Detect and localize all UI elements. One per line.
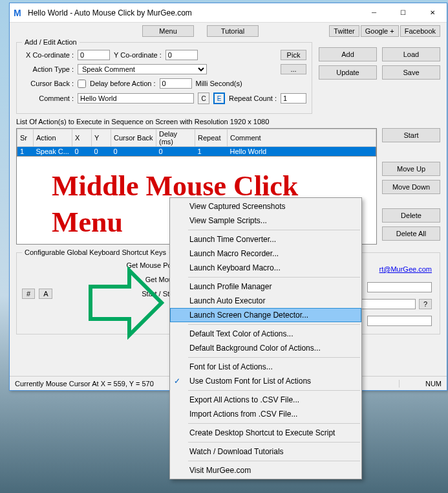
c-button[interactable]: C (198, 93, 209, 104)
y-input[interactable] (165, 50, 198, 60)
menu-item[interactable]: Launch Keyboard Macro... (170, 261, 361, 275)
menu-button[interactable]: Menu (142, 25, 194, 37)
email-link[interactable]: rt@MurGee.com (379, 265, 432, 273)
facebook-button[interactable]: Facebook (400, 25, 440, 37)
col-sr[interactable]: Sr (17, 129, 34, 147)
repeat-input[interactable] (281, 93, 306, 104)
q-button[interactable]: ? (419, 299, 432, 309)
menu-item[interactable]: Launch Profile Manager (170, 279, 361, 294)
cursor-back-checkbox[interactable] (78, 80, 86, 88)
col-x[interactable]: X (72, 129, 92, 147)
update-button[interactable]: Update (319, 65, 377, 80)
load-button[interactable]: Load (382, 47, 440, 61)
check-icon: ✓ (174, 377, 180, 386)
col-action[interactable]: Action (34, 129, 72, 147)
delay-input[interactable] (160, 78, 192, 89)
delay-label: Delay before Action : (90, 80, 156, 87)
table-row[interactable]: 1Speak C...00 001Hello World (17, 147, 376, 157)
titlebar: M Hello World - Auto Mouse Click by MurG… (10, 3, 447, 23)
add-button[interactable]: Add (319, 47, 377, 61)
action-type-select[interactable]: Speak Comment (78, 64, 207, 74)
comment-label: Comment : (22, 94, 74, 102)
col-cb[interactable]: Cursor Back (111, 129, 156, 147)
col-comment[interactable]: Comment (228, 129, 376, 147)
x-label: X Co-ordinate : (22, 51, 74, 59)
context-menu: View Captured ScreenshotsView Sample Scr… (169, 197, 362, 479)
minimize-button[interactable]: ─ (359, 3, 389, 22)
window-title: Hello World - Auto Mouse Click by MurGee… (28, 8, 359, 17)
menu-item[interactable]: Launch Screen Change Detector... (170, 308, 361, 322)
maximize-button[interactable]: ☐ (389, 3, 418, 22)
moveup-button[interactable]: Move Up (382, 162, 440, 176)
shortcuts-legend: Configurable Global Keyboard Shortcut Ke… (22, 248, 169, 256)
pick-button[interactable]: Pick (281, 50, 306, 60)
menu-item[interactable]: Launch Macro Recorder... (170, 246, 361, 261)
edit-action-legend: Add / Edit Action (22, 38, 80, 46)
hash-button[interactable]: # (22, 289, 35, 299)
menu-item[interactable]: Watch / Download Tutorials (170, 444, 361, 459)
col-y[interactable]: Y (92, 129, 111, 147)
delete-button[interactable]: Delete (382, 208, 440, 223)
delay-unit: Milli Second(s) (196, 80, 242, 87)
tutorial-button[interactable]: Tutorial (207, 25, 259, 37)
menu-item[interactable]: Default Text Color of Actions... (170, 327, 361, 341)
list-label: List Of Action(s) to Execute in Sequence… (16, 118, 440, 126)
aux1[interactable] (367, 282, 432, 292)
col-repeat[interactable]: Repeat (195, 129, 228, 147)
deleteall-button[interactable]: Delete All (382, 226, 440, 241)
menu-item[interactable]: Launch Time Converter... (170, 232, 361, 246)
a-button[interactable]: A (39, 289, 52, 299)
num-indicator: NUM (399, 380, 442, 388)
menu-item[interactable]: View Captured Screenshots (170, 199, 361, 214)
edit-action-group: Add / Edit Action X Co-ordinate : Y Co-o… (16, 38, 312, 114)
e-button[interactable]: E (213, 93, 225, 104)
close-button[interactable]: ✕ (418, 3, 447, 22)
movedown-button[interactable]: Move Down (382, 180, 440, 194)
save-button[interactable]: Save (382, 65, 440, 80)
menu-item[interactable]: Default Background Color of Actions... (170, 341, 361, 355)
menu-item[interactable]: Launch Auto Executor (170, 294, 361, 308)
more-button[interactable]: ... (281, 64, 306, 74)
x-input[interactable] (78, 50, 110, 60)
twitter-button[interactable]: Twitter (329, 25, 359, 37)
y-label: Y Co-ordinate : (114, 51, 162, 59)
aux3[interactable] (367, 316, 432, 326)
start-button[interactable]: Start (382, 128, 440, 142)
menu-item[interactable]: View Sample Scripts... (170, 214, 361, 228)
google-button[interactable]: Google + (361, 25, 399, 37)
comment-input[interactable] (78, 93, 194, 104)
col-delay[interactable]: Delay (ms) (156, 129, 195, 147)
menu-item[interactable]: Export All Actions to .CSV File... (170, 393, 361, 407)
menu-item[interactable]: Create Desktop Shortcut to Execute Scrip… (170, 426, 361, 440)
menu-item[interactable]: Visit MurGee.com (170, 463, 361, 477)
app-icon: M (14, 8, 24, 18)
menu-item[interactable]: Import Actions from .CSV File... (170, 407, 361, 421)
cursor-pos: Currently Mouse Cursor At X = 559, Y = 5… (15, 380, 154, 388)
repeat-label: Repeat Count : (229, 94, 277, 102)
action-type-label: Action Type : (22, 65, 74, 73)
menu-item[interactable]: Font for List of Actions... (170, 360, 361, 374)
menu-item[interactable]: Use Custom Font for List of Actions✓ (170, 374, 361, 388)
cursor-back-label: Cursor Back : (22, 80, 74, 87)
